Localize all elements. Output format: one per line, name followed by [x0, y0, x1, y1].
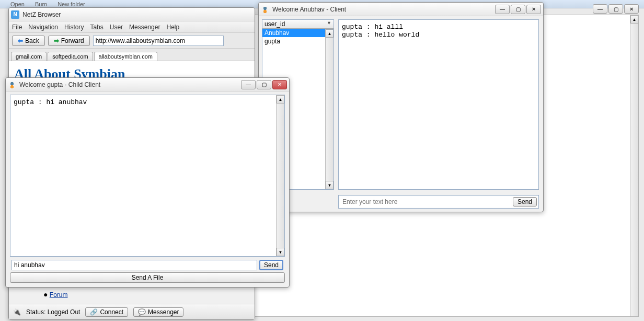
- anubhav-client-window: Welcome Anubhav - Client — ▢ ✕ user_id ▼…: [258, 2, 544, 212]
- bg-close-button[interactable]: ✕: [624, 4, 639, 14]
- menu-tabs[interactable]: Tabs: [90, 24, 103, 31]
- gupta-close-button[interactable]: ✕: [272, 80, 287, 89]
- url-input[interactable]: [93, 36, 224, 46]
- bg-burn[interactable]: Burn: [35, 1, 47, 7]
- user-list-header[interactable]: user_id ▼: [262, 20, 334, 29]
- forward-label: Forward: [61, 37, 84, 44]
- user-item-anubhav[interactable]: Anubhav: [262, 29, 334, 37]
- bg-newfolder[interactable]: New folder: [58, 1, 85, 7]
- gupta-chat-scrollbar[interactable]: ▲ ▼: [276, 95, 284, 256]
- anubhav-send-button[interactable]: Send: [513, 197, 537, 207]
- bg-open[interactable]: Open: [10, 1, 25, 7]
- scroll-up-icon[interactable]: ▲: [630, 15, 638, 24]
- browser-titlebar[interactable]: N NetZ Browser: [9, 8, 255, 21]
- browser-tabs: gmail.com softpedia.com allaboutsymbian.…: [9, 49, 255, 61]
- gupta-chat-area: gupta : hi anubhav ▲ ▼: [10, 95, 285, 257]
- dropdown-icon[interactable]: ▼: [327, 20, 331, 28]
- anubhav-titlebar[interactable]: Welcome Anubhav - Client — ▢ ✕: [259, 3, 543, 16]
- back-button[interactable]: ⬅Back: [12, 36, 45, 46]
- menu-help[interactable]: Help: [166, 24, 179, 31]
- anubhav-input-row: Send: [338, 195, 539, 209]
- gupta-input-row: Send: [10, 259, 285, 271]
- anubhav-chat-area: gupta : hi alll gupta : hello world: [338, 19, 539, 190]
- menu-user[interactable]: User: [110, 24, 123, 31]
- user-list-header-label: user_id: [264, 20, 285, 28]
- menu-navigation[interactable]: Navigation: [28, 24, 58, 31]
- send-file-button[interactable]: Send A File: [10, 272, 285, 283]
- status-text: Status: Logged Out: [26, 308, 80, 316]
- connect-icon: 🔗: [90, 308, 98, 316]
- browser-page: All About Symbian: [9, 61, 255, 77]
- browser-statusbar: 🔌 Status: Logged Out 🔗Connect 💬Messenger: [9, 304, 255, 319]
- gupta-minimize-button[interactable]: —: [241, 80, 256, 89]
- anubhav-maximize-button[interactable]: ▢: [511, 5, 525, 14]
- messenger-icon: 💬: [138, 308, 146, 316]
- user-list-scrollbar[interactable]: ▲ ▼: [325, 29, 334, 189]
- anubhav-title: Welcome Anubhav - Client: [272, 6, 495, 13]
- messenger-button[interactable]: 💬Messenger: [133, 307, 183, 317]
- plug-icon: 🔌: [13, 308, 21, 316]
- browser-title: NetZ Browser: [22, 11, 252, 18]
- anubhav-message-input[interactable]: [340, 197, 511, 207]
- menu-messenger[interactable]: Messenger: [129, 24, 160, 31]
- netz-app-icon: N: [11, 10, 19, 19]
- gupta-title: Welcome gupta - Child Client: [19, 81, 241, 88]
- user-item-gupta[interactable]: gupta: [262, 37, 334, 45]
- java-icon: [261, 5, 269, 14]
- anubhav-chat-content: gupta : hi alll gupta : hello world: [339, 20, 538, 42]
- menu-history[interactable]: History: [64, 24, 84, 31]
- scroll-down-icon[interactable]: ▼: [326, 181, 334, 189]
- tab-softpedia[interactable]: softpedia.com: [48, 52, 93, 61]
- arrow-left-icon: ⬅: [18, 37, 23, 44]
- back-label: Back: [25, 37, 39, 44]
- menu-file[interactable]: File: [12, 24, 22, 31]
- gupta-titlebar[interactable]: Welcome gupta - Child Client — ▢ ✕: [6, 78, 289, 91]
- bullet-icon: ●: [43, 290, 48, 299]
- java-icon: [8, 81, 16, 89]
- gupta-send-button[interactable]: Send: [259, 260, 283, 270]
- page-link-area: ● Forum: [43, 290, 67, 299]
- gupta-client-window: Welcome gupta - Child Client — ▢ ✕ gupta…: [5, 77, 290, 288]
- background-scrollbar[interactable]: ▲: [630, 15, 638, 316]
- background-window-buttons: — ▢ ✕: [593, 4, 639, 14]
- browser-toolbar: ⬅Back ➡Forward: [9, 33, 255, 49]
- scroll-down-icon[interactable]: ▼: [277, 248, 284, 256]
- arrow-right-icon: ➡: [54, 37, 59, 44]
- connect-label: Connect: [100, 308, 123, 316]
- gupta-message-input[interactable]: [12, 260, 257, 270]
- anubhav-minimize-button[interactable]: —: [495, 5, 510, 14]
- gupta-chat-content: gupta : hi anubhav: [10, 95, 284, 109]
- scroll-up-icon[interactable]: ▲: [277, 95, 284, 104]
- bg-maximize-button[interactable]: ▢: [608, 4, 623, 14]
- tab-gmail[interactable]: gmail.com: [11, 52, 47, 61]
- forum-link[interactable]: Forum: [50, 291, 68, 299]
- connect-button[interactable]: 🔗Connect: [85, 307, 128, 317]
- tab-allaboutsymbian[interactable]: allaboutsymbian.com: [94, 52, 157, 61]
- anubhav-close-button[interactable]: ✕: [526, 5, 541, 14]
- bg-minimize-button[interactable]: —: [593, 4, 607, 14]
- forward-button[interactable]: ➡Forward: [48, 36, 90, 46]
- scroll-up-icon[interactable]: ▲: [326, 29, 334, 38]
- gupta-maximize-button[interactable]: ▢: [257, 80, 271, 89]
- messenger-label: Messenger: [148, 308, 179, 316]
- browser-menubar: File Navigation History Tabs User Messen…: [9, 21, 255, 33]
